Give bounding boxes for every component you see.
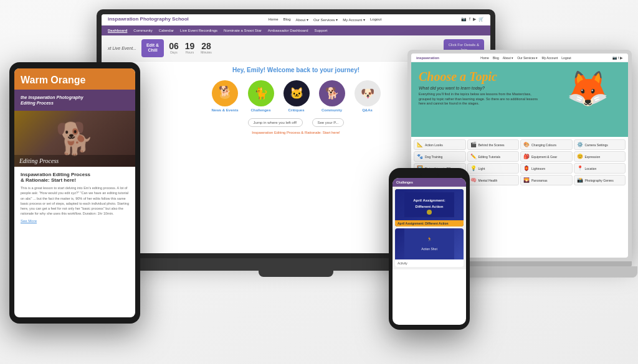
topic-editing-tutorials[interactable]: ✏️Editing Tutorials <box>467 151 520 162</box>
laptop2-description: Everything you'll find in the topics bel… <box>419 92 543 106</box>
action-looks-label: Action Looks <box>425 143 443 147</box>
svg-text:🐶: 🐶 <box>361 86 375 100</box>
topic-action-looks[interactable]: 📐Action Looks <box>414 139 466 150</box>
nav-icon-community[interactable]: 🐕 Community <box>319 80 345 112</box>
nav-services[interactable]: Our Services <box>313 17 338 22</box>
dog-silhouette-icon: 🐕 <box>55 121 94 157</box>
topic-behind-scenes[interactable]: 🎬Behind the Scenes <box>467 139 520 150</box>
laptop2-teal-area: Choose a Topic What did you want to lear… <box>411 62 628 137</box>
camera-settings-icon: ⚙️ <box>577 142 583 147</box>
countdown-label: xt Live Event... <box>108 46 136 50</box>
instagram-icon[interactable]: 📷 <box>461 17 467 22</box>
svg-text:🏃: 🏃 <box>427 236 432 242</box>
tablet-screen: Warm Orange the Inspawration Photography… <box>14 68 135 317</box>
news-events-icon-circle: 🐕 <box>212 80 238 106</box>
site-nav: Home Blog About Our Services My Account … <box>269 17 382 22</box>
see-more-button[interactable]: See your P... <box>312 118 345 127</box>
nav-account[interactable]: My Account <box>343 17 365 22</box>
countdown-hours: 19 Hours <box>185 42 195 54</box>
countdown-days: 06 Days <box>169 42 179 54</box>
nav-logout[interactable]: Logout <box>370 17 381 22</box>
fox-icon: 🦊 <box>566 68 609 109</box>
purple-nav: Dashboard Community Calendar Live Event … <box>102 26 490 35</box>
tablet-content-text: This is a great lesson to start delving … <box>21 185 129 217</box>
nav-support[interactable]: Support <box>315 29 328 32</box>
nav-calendar[interactable]: Calendar <box>159 29 174 32</box>
camera-settings-label: Camera Settings <box>585 143 608 147</box>
topic-photography-genres[interactable]: 📸Photography Genres <box>574 175 626 185</box>
scene: inspawration Photography School Home Blo… <box>0 0 638 364</box>
qas-label: Q&As <box>355 108 381 112</box>
l2-nav-account[interactable]: My Account <box>541 56 558 60</box>
l2-nav-home[interactable]: Home <box>480 56 488 60</box>
nav-about[interactable]: About <box>296 17 308 22</box>
nav-home[interactable]: Home <box>269 17 279 22</box>
nav-ambassador[interactable]: Ambassador Dashboard <box>268 29 308 32</box>
phone-card-2-image: 🏃 Action Shot <box>395 228 464 259</box>
nav-icon-critiques[interactable]: 🐱 Critiques <box>283 80 310 112</box>
light-label: Light <box>478 167 485 170</box>
mental-health-label: Mental Health <box>478 179 498 182</box>
lightroom-label: Lightroom <box>531 167 545 170</box>
phone-card-1-label: April Assignment: Different Action <box>395 220 464 226</box>
tablet-content: Inspawration Editing Process& Rationale:… <box>14 167 135 228</box>
nav-live-events[interactable]: Live Event Recordings <box>180 29 217 32</box>
phone-content-area: April Assignment: Different Action April… <box>393 187 466 269</box>
youtube-icon[interactable]: ▶ <box>473 17 476 22</box>
photography-genres-icon: 📸 <box>577 177 583 183</box>
topic-mental-health[interactable]: 🧠Mental Health <box>467 175 520 185</box>
cart-icon[interactable]: 🛒 <box>478 17 484 22</box>
nav-community[interactable]: Community <box>133 29 152 32</box>
topic-changing-colours[interactable]: 🎨Changing Colours <box>520 139 573 150</box>
location-icon: 📍 <box>577 166 583 171</box>
topic-camera-settings[interactable]: ⚙️Camera Settings <box>574 139 626 150</box>
tablet-device: Warm Orange the Inspawration Photography… <box>9 62 140 324</box>
phone-card-1: April Assignment: Different Action April… <box>395 189 464 226</box>
changing-colours-label: Changing Colours <box>531 143 556 147</box>
svg-rect-11 <box>404 228 454 259</box>
community-label: Community <box>319 108 345 112</box>
l2-nav-blog[interactable]: Blog <box>493 56 499 60</box>
equipment-gear-label: Equipment & Gear <box>531 155 557 159</box>
topic-location[interactable]: 📍Location <box>574 163 626 174</box>
tablet-see-more-link[interactable]: See More <box>21 219 129 223</box>
facebook-icon[interactable]: f <box>469 17 470 22</box>
l2-nav-services[interactable]: Our Services ▾ <box>517 56 538 60</box>
svg-text:🐱: 🐱 <box>290 86 304 100</box>
dog-training-icon: 🐾 <box>417 154 423 159</box>
changing-colours-icon: 🎨 <box>523 142 530 147</box>
phone-device: Challenges April Assignment: Different A… <box>389 168 470 330</box>
countdown-minutes: 28 Minutes <box>201 42 212 54</box>
l2-nav-logout[interactable]: Logout <box>561 56 571 60</box>
svg-text:Different Action: Different Action <box>416 205 444 208</box>
topic-equipment-gear[interactable]: 🎒Equipment & Gear <box>520 151 573 162</box>
photography-genres-label: Photography Genres <box>585 179 614 182</box>
edit-chill-badge: Edit & Chill <box>141 39 164 57</box>
phone-screen: Challenges April Assignment: Different A… <box>393 178 466 325</box>
topic-expression[interactable]: 😊Expression <box>574 151 626 162</box>
phone-body: Challenges April Assignment: Different A… <box>389 168 470 330</box>
phone-notch <box>420 173 439 176</box>
svg-point-10 <box>427 210 432 215</box>
nav-dashboard[interactable]: Dashboard <box>108 29 127 32</box>
laptop2-header: inspawration Home Blog About ▾ Our Servi… <box>411 54 628 62</box>
l2-nav-about[interactable]: About ▾ <box>503 56 513 60</box>
challenges-label: Challenges <box>248 108 274 112</box>
nav-icon-news-events[interactable]: 🐕 News & Events <box>211 80 238 112</box>
topic-lightroom[interactable]: 🏮Lightroom <box>520 163 573 174</box>
topic-light[interactable]: 💡Light <box>467 163 520 174</box>
nav-icon-challenges[interactable]: 🐈 Challenges <box>248 80 274 112</box>
svg-text:🐈: 🐈 <box>254 86 269 100</box>
monitor-base <box>259 271 333 277</box>
topic-panoramas[interactable]: 🌄Panoramas <box>520 175 573 185</box>
community-icon-circle: 🐕 <box>319 80 345 106</box>
svg-text:April Assignment:: April Assignment: <box>413 198 445 202</box>
mental-health-icon: 🧠 <box>470 177 477 183</box>
phone-card-2-text: Activity <box>395 259 464 267</box>
nav-icon-qas[interactable]: 🐶 Q&As <box>355 80 381 112</box>
equipment-gear-icon: 🎒 <box>523 154 530 159</box>
topic-dog-training[interactable]: 🐾Dog Training <box>414 151 466 162</box>
nav-snoot-star[interactable]: Nominate a Snoot Star <box>224 29 262 32</box>
nav-blog[interactable]: Blog <box>283 17 291 22</box>
jump-button[interactable]: Jump in where you left off! <box>248 118 303 127</box>
